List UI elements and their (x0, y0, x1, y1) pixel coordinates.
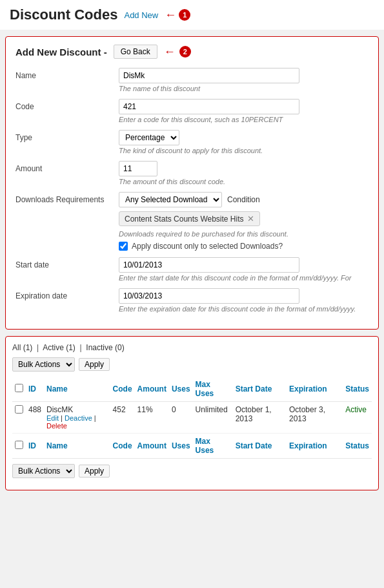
red-arrow-2-icon: ← (164, 45, 176, 59)
filter-active-link[interactable]: Active (1) (43, 343, 77, 352)
filter-active-label: Active (43, 343, 64, 352)
amount-control-wrap: The amount of this discount code. (119, 161, 369, 185)
code-row: Code Enter a code for this discount, suc… (15, 99, 369, 123)
deactive-link[interactable]: Deactive (65, 414, 92, 422)
row-checkbox[interactable] (15, 405, 23, 414)
amount-hint: The amount of this discount code. (119, 178, 369, 185)
tfoot-th-code: Code (110, 434, 135, 459)
expiration-date-label: Expiration date (15, 288, 119, 300)
tfoot-th-amount: Amount (135, 434, 169, 459)
type-row: Type Percentage Flat The kind of discoun… (15, 130, 369, 154)
filter-inactive-link[interactable]: Inactive (0) (86, 343, 124, 352)
tfoot-th-name: Name (44, 434, 110, 459)
expiration-date-control-wrap: Enter the expiration date for this disco… (119, 288, 369, 313)
table-footer-row: ID Name Code Amount Uses Max Uses Start … (12, 434, 372, 459)
tag-remove-button[interactable]: ✕ (247, 214, 254, 224)
expiration-date-input[interactable] (119, 288, 299, 304)
type-control-wrap: Percentage Flat The kind of discount to … (119, 130, 369, 154)
filter-active-count: (1) (66, 343, 76, 352)
downloads-tag-pill: Content Stats Counts Website Hits ✕ (119, 211, 260, 226)
amount-row: Amount The amount of this discount code. (15, 161, 369, 185)
filter-inactive-count: (0) (115, 343, 125, 352)
row-start-date: October 1, 2013 (233, 402, 287, 434)
downloads-req-select[interactable]: Any Selected Download (119, 192, 222, 207)
tfoot-th-start-date: Start Date (233, 434, 287, 459)
row-actions: Edit | Deactive | Delete (46, 414, 108, 430)
edit-link[interactable]: Edit (46, 414, 59, 422)
apply-button-bottom[interactable]: Apply (79, 465, 110, 478)
tag-text: Content Stats Counts Website Hits (125, 215, 244, 224)
row-max-uses: Unlimited (193, 402, 233, 434)
th-status: Status (343, 377, 372, 402)
filter-all-link[interactable]: All (1) (12, 343, 35, 352)
name-hint: The name of this discount (119, 85, 369, 92)
filter-all-count: (1) (23, 343, 33, 352)
select-all-checkbox[interactable] (15, 384, 23, 392)
apply-only-label: Apply discount only to selected Download… (132, 242, 283, 251)
page-title: Discount Codes (10, 6, 117, 23)
type-select[interactable]: Percentage Flat (119, 130, 179, 145)
tag-pill-wrap: Content Stats Counts Website Hits ✕ (119, 211, 369, 229)
filter-inactive-label: Inactive (86, 343, 112, 352)
th-name: Name (44, 377, 110, 402)
th-checkbox (12, 377, 26, 402)
downloads-req-label: Downloads Requirements (15, 192, 119, 204)
code-input[interactable] (119, 99, 299, 114)
start-date-row: Start date Enter the start date for this… (15, 257, 369, 282)
row-name-value: DiscMK (46, 405, 108, 414)
bulk-action-select-top[interactable]: Bulk Actions (12, 357, 75, 372)
tfoot-th-status: Status (343, 434, 372, 459)
name-control-wrap: The name of this discount (119, 68, 369, 92)
tfoot-th-expiration: Expiration (287, 434, 343, 459)
th-code: Code (110, 377, 135, 402)
start-date-control-wrap: Enter the start date for this discount c… (119, 257, 369, 282)
tfoot-checkbox (12, 434, 26, 459)
delete-link[interactable]: Delete (46, 422, 67, 430)
tfoot-th-uses: Uses (169, 434, 193, 459)
th-id: ID (26, 377, 44, 402)
amount-label: Amount (15, 161, 119, 173)
table-body: 488 DiscMK Edit | Deactive | Delete 452 … (12, 402, 372, 434)
downloads-req-control-wrap: Any Selected Download Condition Content … (119, 192, 369, 251)
bulk-action-select-bottom[interactable]: Bulk Actions (12, 464, 75, 478)
start-date-input[interactable] (119, 257, 299, 273)
form-card-header: Add New Discount - Go Back ← 2 (15, 45, 369, 59)
annotation-1-group: ← 1 (165, 8, 190, 22)
type-hint: The kind of discount to apply for this d… (119, 147, 369, 154)
start-date-label: Start date (15, 257, 119, 269)
name-input[interactable] (119, 68, 299, 83)
name-row: Name The name of this discount (15, 68, 369, 92)
row-code: 452 (110, 402, 135, 434)
bulk-actions-bottom: Bulk Actions Apply (12, 464, 372, 478)
apply-button-top[interactable]: Apply (79, 358, 110, 371)
add-new-discount-card: Add New Discount - Go Back ← 2 Name The … (5, 36, 379, 330)
add-new-link[interactable]: Add New (124, 10, 158, 20)
downloads-req-selects: Any Selected Download Condition (119, 192, 369, 207)
filter-bar: All (1) | Active (1) | Inactive (0) (12, 343, 372, 352)
go-back-button[interactable]: Go Back (114, 45, 157, 59)
annotation-circle-1: 1 (179, 9, 190, 21)
type-label: Type (15, 130, 119, 142)
row-name-cell: DiscMK Edit | Deactive | Delete (44, 402, 110, 434)
row-id: 488 (26, 402, 44, 434)
apply-only-row: Apply discount only to selected Download… (119, 242, 369, 251)
tfoot-th-max-uses: Max Uses (193, 434, 233, 459)
table-head: ID Name Code Amount Uses Max Uses Start … (12, 377, 372, 402)
downloads-req-row: Downloads Requirements Any Selected Down… (15, 192, 369, 251)
annotation-circle-2: 2 (179, 46, 191, 58)
th-amount: Amount (135, 377, 169, 402)
select-all-checkbox-bottom[interactable] (15, 441, 23, 449)
row-uses: 0 (169, 402, 193, 434)
form-section-title: Add New Discount - (15, 47, 107, 58)
name-label: Name (15, 68, 119, 80)
th-start-date: Start Date (233, 377, 287, 402)
th-expiration: Expiration (287, 377, 343, 402)
amount-input[interactable] (119, 161, 157, 176)
code-hint: Enter a code for this discount, such as … (119, 116, 369, 123)
tfoot-th-id: ID (26, 434, 44, 459)
apply-only-checkbox[interactable] (119, 242, 128, 251)
annotation-2-group: ← 2 (164, 45, 191, 59)
code-control-wrap: Enter a code for this discount, such as … (119, 99, 369, 123)
condition-label: Condition (227, 195, 260, 204)
start-date-hint: Enter the start date for this discount c… (119, 274, 369, 282)
